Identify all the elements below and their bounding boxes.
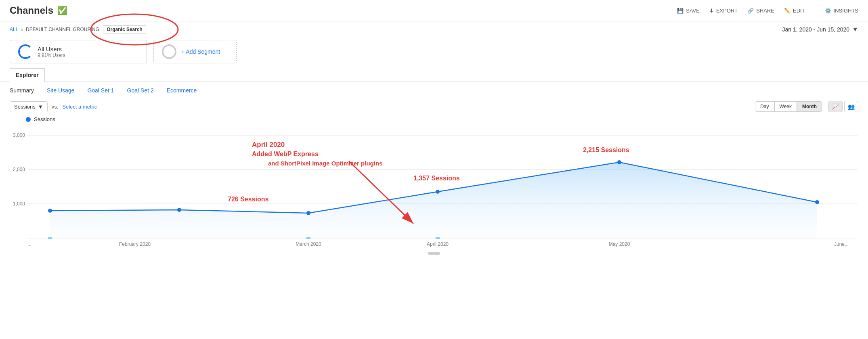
chart-point-jun — [815, 200, 819, 204]
line-chart-button[interactable]: 📈 — [828, 101, 843, 112]
segment-info: All Users 9.91% Users — [38, 46, 65, 58]
select-metric-link[interactable]: Select a metric — [62, 104, 97, 110]
range-icon-jan — [48, 237, 52, 239]
annotation-line2: and ShortPixel Image Optimizer plugins — [268, 160, 382, 167]
insights-icon: ⚙️ — [825, 8, 831, 14]
x-label-apr: April 2020 — [427, 241, 449, 247]
chart-legend: Sessions — [26, 116, 858, 122]
segment-all-users: All Users 9.91% Users — [10, 40, 147, 63]
vs-text: vs. — [52, 104, 59, 110]
svg-text:2,000: 2,000 — [13, 167, 25, 172]
breadcrumb-current: Organic Search — [103, 25, 146, 33]
range-icon-mar — [306, 237, 310, 239]
add-segment-label: + Add Segment — [181, 48, 220, 55]
metric-dropdown[interactable]: Sessions ▼ — [10, 101, 48, 112]
x-label-jun: June... — [834, 241, 849, 247]
save-button[interactable]: 💾 SAVE — [677, 8, 700, 14]
annotation-title: April 2020 — [252, 141, 285, 149]
scroll-handle[interactable] — [428, 252, 440, 255]
edit-icon: ✏️ — [784, 8, 790, 14]
chart-type-buttons: 📈 👥 — [828, 101, 858, 112]
view-buttons: Day Week Month — [755, 101, 822, 112]
breadcrumb-all-link[interactable]: ALL — [10, 27, 18, 32]
segment-name: All Users — [38, 46, 65, 52]
header-actions: 💾 SAVE ⬇ EXPORT 🔗 SHARE ✏️ EDIT ⚙️ INSIG… — [677, 6, 858, 15]
sub-tab-goal-set-2[interactable]: Goal Set 2 — [127, 87, 154, 95]
header-divider — [815, 6, 815, 15]
breadcrumb-grouping-label: DEFAULT CHANNEL GROUPING: — [26, 27, 101, 32]
breadcrumb-sep-1: » — [21, 27, 23, 32]
metric-selector: Sessions ▼ vs. Select a metric — [10, 101, 97, 112]
annotation-1357-sessions: 1,357 Sessions — [413, 175, 460, 182]
chart-area-fill — [50, 162, 817, 238]
verified-icon: ✅ — [57, 6, 67, 15]
chart-point-may — [617, 160, 621, 164]
title-area: Channels ✅ — [10, 5, 67, 16]
segment-circle-icon — [18, 44, 33, 59]
x-label-jan: ... — [27, 241, 31, 247]
breadcrumb-bar: ALL » DEFAULT CHANNEL GROUPING: Organic … — [0, 21, 868, 37]
svg-text:1,000: 1,000 — [13, 201, 25, 207]
save-icon: 💾 — [677, 8, 683, 14]
insights-button[interactable]: ⚙️ INSIGHTS — [825, 8, 858, 14]
sub-tab-goal-set-1[interactable]: Goal Set 1 — [87, 87, 114, 95]
sub-tabs-bar: Summary Site Usage Goal Set 1 Goal Set 2… — [0, 82, 868, 97]
page-title: Channels — [10, 5, 53, 16]
edit-button[interactable]: ✏️ EDIT — [784, 8, 805, 14]
share-icon: 🔗 — [747, 8, 754, 14]
add-segment-button[interactable]: + Add Segment — [153, 40, 237, 63]
scatter-chart-button[interactable]: 👥 — [844, 101, 858, 112]
chart-point-mar — [306, 211, 310, 215]
sub-tab-ecommerce[interactable]: Ecommerce — [167, 87, 197, 95]
svg-text:3,000: 3,000 — [13, 132, 25, 138]
top-header: Channels ✅ 💾 SAVE ⬇ EXPORT 🔗 SHARE ✏️ ED… — [0, 0, 868, 21]
segment-sub: 9.91% Users — [38, 52, 65, 58]
chart-point-feb — [177, 208, 181, 212]
chart-point-jan — [48, 209, 52, 213]
legend-dot-icon — [26, 117, 31, 122]
dropdown-chevron-icon: ▼ — [38, 104, 43, 110]
legend-label: Sessions — [34, 116, 55, 122]
x-label-feb: February 2020 — [119, 241, 151, 247]
sub-tab-site-usage[interactable]: Site Usage — [47, 87, 74, 95]
segments-bar: All Users 9.91% Users + Add Segment — [0, 37, 868, 68]
x-label-may: May 2020 — [609, 241, 630, 247]
chart-section: Sessions ▼ vs. Select a metric Day Week … — [0, 97, 868, 255]
annotation-2215-sessions: 2,215 Sessions — [583, 146, 629, 153]
export-icon: ⬇ — [709, 8, 714, 14]
range-icon-apr — [436, 237, 440, 239]
tab-explorer[interactable]: Explorer — [10, 68, 45, 82]
sub-tab-summary[interactable]: Summary — [10, 87, 34, 95]
chart-wrapper: 3,000 2,000 1,000 — [10, 125, 858, 250]
explorer-tab-bar: Explorer — [0, 68, 868, 82]
view-month-button[interactable]: Month — [797, 101, 822, 112]
annotation-line1: Added WebP Express — [252, 151, 319, 157]
segment-empty-circle-icon — [162, 44, 176, 59]
date-range-chevron-icon: ▼ — [852, 26, 858, 33]
x-label-mar: March 2020 — [296, 241, 321, 247]
view-day-button[interactable]: Day — [755, 101, 774, 112]
date-range-selector[interactable]: Jan 1, 2020 - Jun 15, 2020 ▼ — [782, 26, 858, 33]
chart-point-apr — [436, 190, 440, 194]
scrollbar-area — [10, 250, 858, 255]
annotation-726-sessions: 726 Sessions — [228, 196, 269, 203]
line-chart-svg: 3,000 2,000 1,000 — [10, 125, 858, 250]
breadcrumb: ALL » DEFAULT CHANNEL GROUPING: Organic … — [10, 25, 146, 33]
chart-controls: Sessions ▼ vs. Select a metric Day Week … — [10, 101, 858, 112]
view-week-button[interactable]: Week — [774, 101, 797, 112]
share-button[interactable]: 🔗 SHARE — [747, 8, 774, 14]
view-controls: Day Week Month 📈 👥 — [755, 101, 858, 112]
export-button[interactable]: ⬇ EXPORT — [709, 8, 738, 14]
